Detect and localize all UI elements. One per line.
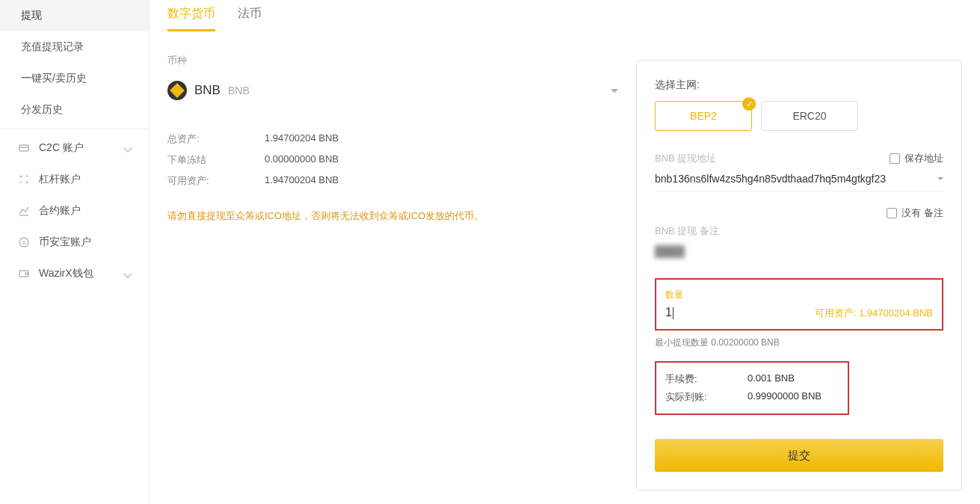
chevron-down-icon	[123, 144, 132, 152]
address-label: BNB 提现地址	[655, 152, 716, 165]
available-text: 可用资产: 1.94700204 BNB	[815, 307, 933, 320]
coin-symbol: BNB	[194, 83, 221, 98]
fee-highlight-box: 手续费: 0.001 BNB 实际到账: 0.99900000 BNB	[655, 361, 849, 415]
svg-point-2	[20, 176, 22, 178]
tab-crypto[interactable]: 数字货币	[167, 6, 215, 31]
sidebar-item-label: 提现	[21, 9, 42, 22]
address-value: bnb136ns6lfw4zs5hg4n85vdthaad7hq5m4gtkgf…	[655, 173, 886, 185]
sidebar-item-label: 币安宝账户	[39, 236, 91, 249]
sidebar-item-label: 合约账户	[39, 204, 81, 218]
coin-label: 币种	[167, 54, 618, 67]
sidebar-item-label: 分发历史	[21, 103, 63, 117]
wallet-icon	[18, 268, 30, 280]
no-memo-label: 没有 备注	[902, 206, 943, 220]
submit-button[interactable]: 提交	[655, 439, 943, 472]
sidebar-item-label: 充值提现记录	[21, 40, 84, 54]
balance-available-row: 可用资产: 1.94700204 BNB	[167, 170, 618, 191]
memo-label: BNB 提现 备注	[655, 224, 943, 238]
sidebar-item-wazirx[interactable]: WazirX钱包	[0, 258, 149, 289]
dollar-icon: $	[18, 236, 30, 248]
address-input[interactable]: bnb136ns6lfw4zs5hg4n85vdthaad7hq5m4gtkgf…	[655, 170, 943, 191]
ico-warning: 请勿直接提现至众筹或ICO地址，否则将无法收到众筹或ICO发放的代币。	[167, 209, 618, 223]
svg-rect-10	[25, 273, 28, 274]
network-erc20-button[interactable]: ERC20	[761, 101, 858, 131]
balance-frozen-row: 下单冻结 0.00000000 BNB	[167, 150, 618, 170]
svg-rect-5	[25, 176, 28, 176]
bnb-icon	[167, 81, 187, 100]
sidebar-item-futures[interactable]: 合约账户	[0, 195, 149, 227]
sidebar-item-label: C2C 账户	[39, 141, 84, 155]
fee-label: 手续费:	[665, 372, 748, 386]
save-address-label: 保存地址	[905, 152, 943, 165]
balance-total-row: 总资产: 1.94700204 BNB	[167, 129, 618, 150]
svg-point-3	[26, 182, 28, 184]
coin-fullname: BNB	[228, 84, 250, 96]
svg-rect-0	[19, 145, 28, 151]
sidebar-item-label: WazirX钱包	[39, 267, 93, 280]
chevron-down-icon	[937, 177, 943, 180]
chevron-down-icon	[123, 269, 132, 277]
tabs: 数字货币 法币	[167, 0, 618, 31]
amount-highlight-box: 数量 1 可用资产: 1.94700204 BNB	[655, 278, 943, 331]
memo-value: ████	[655, 245, 685, 257]
sidebar: 提现 充值提现记录 一键买/卖历史 分发历史 C2C 账户	[0, 0, 150, 504]
sidebar-item-label: 一键买/卖历史	[21, 72, 87, 85]
tab-fiat[interactable]: 法币	[238, 6, 262, 31]
sidebar-item-label: 杠杆账户	[39, 173, 81, 186]
sidebar-item-margin[interactable]: 杠杆账户	[0, 164, 149, 195]
sidebar-item-withdraw[interactable]: 提现	[0, 0, 149, 31]
min-withdraw-note: 最小提现数量 0.00200000 BNB	[655, 336, 943, 349]
actual-value: 0.99900000 BNB	[748, 390, 822, 404]
withdraw-panel: 选择主网: BEP2 ERC20 BNB 提现地址 保存地址 bnb136ns6	[636, 60, 962, 491]
balance-total-label: 总资产:	[167, 132, 265, 146]
lever-icon	[18, 173, 30, 185]
save-address-checkbox[interactable]: 保存地址	[890, 152, 943, 165]
available-value: 1.94700204 BNB	[859, 307, 933, 319]
available-label: 可用资产:	[815, 307, 857, 319]
fee-value: 0.001 BNB	[748, 372, 795, 386]
amount-input[interactable]: 1	[665, 306, 674, 319]
network-bep2-button[interactable]: BEP2	[655, 101, 752, 131]
balance-frozen-value: 0.00000000 BNB	[265, 153, 339, 167]
balance-available-value: 1.94700204 BNB	[265, 174, 339, 188]
balance-available-label: 可用资产:	[167, 174, 265, 188]
svg-text:$: $	[22, 239, 26, 246]
network-label: 选择主网:	[655, 79, 943, 92]
actual-label: 实际到账:	[665, 390, 748, 404]
sidebar-item-c2c[interactable]: C2C 账户	[0, 132, 149, 164]
svg-rect-4	[19, 182, 22, 182]
balance-total-value: 1.94700204 BNB	[265, 132, 339, 146]
amount-label: 数量	[665, 289, 933, 301]
memo-input[interactable]: ████	[655, 242, 943, 263]
coin-selector[interactable]: BNB BNB	[167, 75, 618, 106]
card-icon	[18, 142, 30, 154]
checkbox-icon	[890, 153, 900, 164]
sidebar-item-distribution[interactable]: 分发历史	[0, 94, 149, 126]
checkbox-icon	[887, 208, 897, 218]
chevron-down-icon	[611, 89, 618, 93]
sidebar-item-buysell-history[interactable]: 一键买/卖历史	[0, 63, 149, 94]
sidebar-item-history[interactable]: 充值提现记录	[0, 31, 149, 63]
sidebar-item-savings[interactable]: $ 币安宝账户	[0, 227, 149, 258]
no-memo-checkbox[interactable]: 没有 备注	[887, 206, 943, 220]
balance-frozen-label: 下单冻结	[167, 153, 265, 167]
svg-rect-9	[19, 271, 28, 277]
chart-icon	[18, 205, 30, 217]
